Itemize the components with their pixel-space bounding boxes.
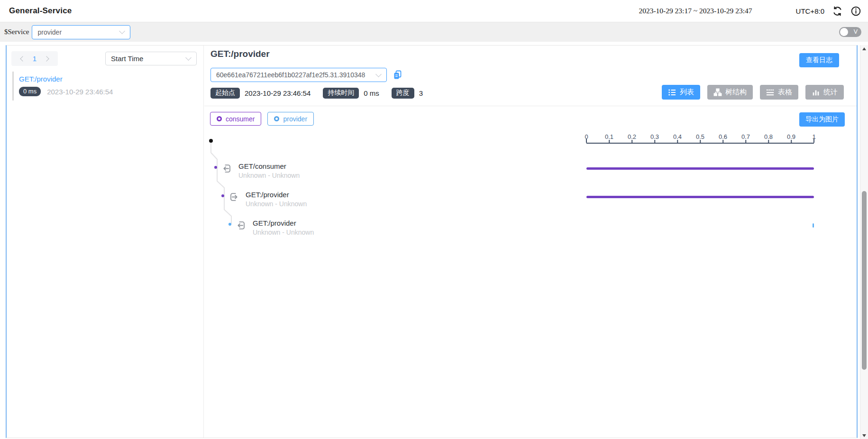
meta-badge-start: 起始点 xyxy=(210,88,240,99)
span-detail: Unknown - Unknown xyxy=(253,229,314,236)
trace-detail-panel: GET:/provider 查看日志 60e661ea767211eeb6f1b… xyxy=(204,46,857,438)
meta-badge-spans: 跨度 xyxy=(392,88,414,99)
export-image-button[interactable]: 导出为图片 xyxy=(799,112,845,127)
chevron-down-icon xyxy=(185,55,192,61)
chevron-down-icon xyxy=(375,71,382,77)
span-bar[interactable] xyxy=(586,167,814,170)
list-icon xyxy=(668,88,676,97)
trace-start-time: 2023-10-29 23:46:54 xyxy=(47,88,113,96)
service-select-value: provider xyxy=(32,28,117,36)
timezone-label: UTC+8:0 xyxy=(796,7,824,15)
span-dot xyxy=(228,223,231,226)
tree-icon xyxy=(713,88,722,97)
copy-icon[interactable] xyxy=(393,70,403,80)
meta-badge-duration: 持续时间 xyxy=(323,88,359,99)
span-bar[interactable] xyxy=(813,223,814,228)
span-name[interactable]: GET:/provider xyxy=(253,219,296,227)
view-switcher: 列表 树结构 xyxy=(662,85,844,100)
meta-value-start: 2023-10-29 23:46:54 xyxy=(245,89,311,97)
tab-list-view[interactable]: 列表 xyxy=(662,85,700,100)
pagination: 1 xyxy=(11,51,58,66)
stats-icon xyxy=(812,88,820,97)
provider-ring-icon xyxy=(274,116,279,121)
span-dot xyxy=(221,194,224,197)
exit-icon xyxy=(229,192,239,202)
legend-tag-provider[interactable]: provider xyxy=(267,112,314,126)
tab-table-view[interactable]: 表格 xyxy=(760,85,798,100)
service-toolbar: $Service provider V xyxy=(0,22,868,42)
refresh-icon[interactable] xyxy=(832,6,843,17)
next-page-icon[interactable] xyxy=(44,56,49,61)
info-icon[interactable] xyxy=(850,6,861,17)
consumer-ring-icon xyxy=(217,116,222,121)
span-detail: Unknown - Unknown xyxy=(246,200,307,208)
page-title: General-Service xyxy=(9,6,72,16)
scroll-up-icon[interactable] xyxy=(862,47,866,50)
scrollbar-thumb[interactable] xyxy=(862,191,867,370)
vertical-scrollbar[interactable] xyxy=(860,45,868,439)
legend-tag-consumer[interactable]: consumer xyxy=(210,112,261,126)
sort-select[interactable]: Start Time xyxy=(105,52,197,65)
meta-value-spans: 3 xyxy=(419,89,423,97)
entry-icon xyxy=(222,164,232,174)
trace-duration-badge: 0 ms xyxy=(19,87,41,96)
view-logs-button[interactable]: 查看日志 xyxy=(799,53,839,67)
trace-list-panel: 1 Start Time GET:/provider 0 ms 2023-10-… xyxy=(7,46,204,438)
trace-id-select[interactable]: 60e661ea767211eeb6f1b0227af1e2f5.31.3910… xyxy=(210,68,387,82)
span-detail: Unknown - Unknown xyxy=(238,172,300,179)
divider xyxy=(204,106,857,106)
span-dot xyxy=(214,166,217,169)
tab-statistics-view[interactable]: 统计 xyxy=(805,85,844,100)
time-range: 2023-10-29 23:17 ~ 2023-10-29 23:47 xyxy=(639,7,752,15)
span-bar[interactable] xyxy=(586,196,814,198)
sort-select-value: Start Time xyxy=(106,55,183,63)
content-frame: 1 Start Time GET:/provider 0 ms 2023-10-… xyxy=(6,45,858,438)
trace-page: General-Service 2023-10-29 23:17 ~ 2023-… xyxy=(0,0,868,439)
prev-page-icon[interactable] xyxy=(20,56,25,61)
span-name[interactable]: GET/consumer xyxy=(238,162,286,170)
trace-meta: 起始点 2023-10-29 23:46:54 持续时间 0 ms 跨度 3 xyxy=(210,88,430,99)
toggle-label: V xyxy=(854,28,858,35)
entry-icon xyxy=(236,220,246,230)
app-header: General-Service 2023-10-29 23:17 ~ 2023-… xyxy=(0,0,868,22)
version-toggle[interactable]: V xyxy=(839,27,861,37)
page-number[interactable]: 1 xyxy=(33,55,37,63)
trace-list-item[interactable]: GET:/provider 0 ms 2023-10-29 23:46:54 xyxy=(12,72,200,101)
tab-tree-view[interactable]: 树结构 xyxy=(707,85,753,100)
trace-title: GET:/provider xyxy=(210,49,270,59)
span-name[interactable]: GET:/provider xyxy=(246,191,289,199)
chevron-down-icon xyxy=(119,28,126,34)
service-select[interactable]: provider xyxy=(32,25,130,39)
service-label: $Service xyxy=(4,28,29,36)
toggle-knob xyxy=(840,28,848,36)
scroll-down-icon[interactable] xyxy=(862,434,866,437)
meta-value-duration: 0 ms xyxy=(364,89,379,97)
service-legend: consumer provider xyxy=(210,112,314,126)
trace-id-value: 60e661ea767211eeb6f1b0227af1e2f5.31.3910… xyxy=(211,71,374,79)
trace-item-name: GET:/provider xyxy=(19,75,200,83)
table-icon xyxy=(766,88,775,97)
